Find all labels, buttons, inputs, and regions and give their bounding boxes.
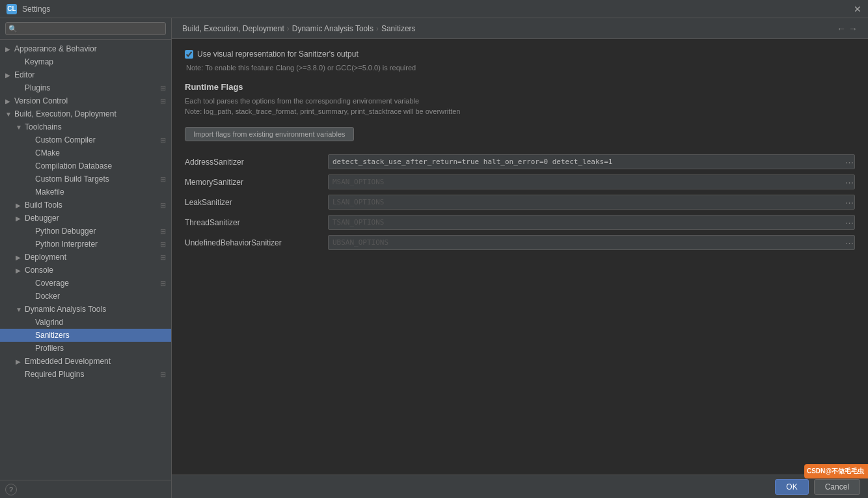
- csdn-badge: CSDN@不做毛毛虫: [804, 464, 868, 478]
- sidebar-item-debugger[interactable]: ▶Debugger: [0, 212, 171, 225]
- sidebar-item-python-debugger[interactable]: Python Debugger⊞: [0, 225, 171, 238]
- sidebar-item-label-sanitizers: Sanitizers: [35, 331, 166, 340]
- sidebar-item-custom-build-targets[interactable]: Custom Build Targets⊞: [0, 173, 171, 186]
- nav-arrow-editor: ▶: [5, 72, 14, 79]
- sidebar-item-console[interactable]: ▶Console: [0, 264, 171, 277]
- sidebar-item-label-profilers: Profilers: [35, 344, 166, 353]
- sanitizer-expand-button-thread[interactable]: ⋯: [845, 217, 854, 227]
- sanitizer-row-leak: LeakSanitizer⋯: [185, 195, 855, 210]
- cancel-button[interactable]: Cancel: [814, 479, 860, 495]
- sanitizer-input-wrap-thread: ⋯: [328, 215, 855, 230]
- sanitizer-input-thread[interactable]: [328, 215, 855, 230]
- ext-icon-plugins: ⊞: [160, 84, 166, 92]
- sidebar-item-label-coverage: Coverage: [35, 279, 160, 288]
- sidebar-item-label-editor: Editor: [14, 70, 166, 79]
- sanitizer-input-leak[interactable]: [328, 195, 855, 210]
- sanitizer-label-memory: MemorySanitizer: [185, 178, 328, 187]
- visual-representation-checkbox[interactable]: [185, 50, 193, 59]
- sanitizers-list: AddressSanitizer⋯MemorySanitizer⋯LeakSan…: [185, 154, 855, 250]
- sidebar-item-embedded-development[interactable]: ▶Embedded Development: [0, 355, 171, 368]
- sidebar-item-docker[interactable]: Docker: [0, 290, 171, 303]
- sidebar-item-label-console: Console: [25, 266, 166, 275]
- sidebar-item-sanitizers[interactable]: Sanitizers: [0, 329, 171, 342]
- nav-arrows: ← →: [837, 23, 858, 34]
- nav-arrow-build-tools: ▶: [16, 202, 25, 209]
- sidebar-item-label-cmake: CMake: [35, 148, 166, 158]
- runtime-flags-title: Runtime Flags: [185, 82, 855, 92]
- sanitizer-input-undefined-behavior[interactable]: [328, 235, 855, 250]
- sidebar-item-appearance[interactable]: ▶Appearance & Behavior: [0, 42, 171, 55]
- sidebar-item-required-plugins[interactable]: Required Plugins⊞: [0, 368, 171, 381]
- sanitizer-expand-button-memory[interactable]: ⋯: [845, 177, 854, 187]
- dialog-buttons: OK Cancel: [172, 475, 868, 498]
- nav-arrow-embedded-development: ▶: [16, 358, 25, 365]
- content-area: Build, Execution, Deployment›Dynamic Ana…: [172, 18, 868, 498]
- sidebar-item-keymap[interactable]: Keymap: [0, 55, 171, 68]
- sidebar-item-toolchains[interactable]: ▼Toolchains: [0, 120, 171, 133]
- sidebar-item-dynamic-analysis-tools[interactable]: ▼Dynamic Analysis Tools: [0, 303, 171, 316]
- sidebar-item-editor[interactable]: ▶Editor: [0, 68, 171, 81]
- nav-arrow-debugger: ▶: [16, 215, 25, 222]
- sidebar-item-plugins[interactable]: Plugins⊞: [0, 81, 171, 94]
- sidebar-item-version-control[interactable]: ▶Version Control⊞: [0, 94, 171, 107]
- sanitizer-label-address: AddressSanitizer: [185, 158, 328, 167]
- sanitizer-row-thread: ThreadSanitizer⋯: [185, 215, 855, 230]
- runtime-flags-desc1: Each tool parses the options from the co…: [185, 97, 855, 105]
- ext-icon-build-tools: ⊞: [160, 201, 166, 210]
- close-button[interactable]: ✕: [854, 4, 861, 14]
- sidebar-item-compilation-database[interactable]: Compilation Database: [0, 159, 171, 173]
- nav-arrow-toolchains: ▼: [16, 124, 25, 131]
- sidebar-item-makefile[interactable]: Makefile: [0, 186, 171, 199]
- ext-icon-version-control: ⊞: [160, 97, 166, 105]
- sidebar-item-label-docker: Docker: [35, 292, 166, 301]
- sidebar-item-label-compilation-database: Compilation Database: [35, 161, 166, 171]
- sanitizer-input-wrap-address: ⋯: [328, 154, 855, 169]
- sanitizer-row-address: AddressSanitizer⋯: [185, 154, 855, 169]
- breadcrumb-item[interactable]: Dynamic Analysis Tools: [292, 24, 373, 33]
- sanitizer-row-memory: MemorySanitizer⋯: [185, 174, 855, 189]
- sanitizer-expand-button-leak[interactable]: ⋯: [845, 197, 854, 207]
- breadcrumb-item: Sanitizers: [381, 24, 416, 33]
- nav-back-button[interactable]: ←: [837, 23, 846, 34]
- ext-icon-custom-compiler: ⊞: [160, 136, 166, 145]
- app-icon: CL: [7, 4, 17, 14]
- nav-arrow-deployment: ▶: [16, 254, 25, 261]
- sanitizer-expand-button-address[interactable]: ⋯: [845, 157, 854, 167]
- sanitizer-input-address[interactable]: [328, 154, 855, 169]
- nav-arrow-dynamic-analysis-tools: ▼: [16, 306, 25, 313]
- runtime-flags-desc2: Note: log_path, stack_trace_format, prin…: [185, 107, 855, 115]
- window-title: Settings: [22, 5, 50, 14]
- sidebar-item-build-tools[interactable]: ▶Build Tools⊞: [0, 199, 171, 212]
- sidebar-item-label-toolchains: Toolchains: [25, 122, 166, 131]
- sidebar-item-label-python-debugger: Python Debugger: [35, 227, 160, 236]
- sidebar-item-label-build-exec-deploy: Build, Execution, Deployment: [14, 109, 166, 118]
- sanitizer-expand-button-undefined-behavior[interactable]: ⋯: [845, 238, 854, 247]
- sidebar-item-build-exec-deploy[interactable]: ▼Build, Execution, Deployment: [0, 107, 171, 120]
- ext-icon-python-interpreter: ⊞: [160, 240, 166, 249]
- sidebar-item-custom-compiler[interactable]: Custom Compiler⊞: [0, 133, 171, 146]
- sidebar-item-label-plugins: Plugins: [25, 83, 160, 92]
- sidebar-item-cmake[interactable]: CMake: [0, 146, 171, 159]
- sidebar-item-label-dynamic-analysis-tools: Dynamic Analysis Tools: [25, 305, 166, 314]
- visual-representation-label[interactable]: Use visual representation for Sanitizer'…: [197, 49, 359, 59]
- sanitizer-input-memory[interactable]: [328, 174, 855, 189]
- nav-arrow-build-exec-deploy: ▼: [5, 111, 14, 118]
- search-input[interactable]: [5, 22, 166, 35]
- sidebar-item-python-interpreter[interactable]: Python Interpreter⊞: [0, 238, 171, 251]
- breadcrumb-sep: ›: [376, 24, 379, 33]
- nav-arrow-version-control: ▶: [5, 98, 14, 105]
- breadcrumb-item[interactable]: Build, Execution, Deployment: [182, 24, 284, 33]
- sanitizer-input-wrap-memory: ⋯: [328, 174, 855, 189]
- ok-button[interactable]: OK: [775, 479, 808, 495]
- sidebar-item-deployment[interactable]: ▶Deployment⊞: [0, 251, 171, 264]
- title-bar: CL Settings ✕: [0, 0, 868, 18]
- sidebar-item-coverage[interactable]: Coverage⊞: [0, 277, 171, 290]
- ext-icon-deployment: ⊞: [160, 253, 166, 262]
- import-flags-button[interactable]: Import flags from existing environment v…: [185, 127, 354, 141]
- sidebar-item-label-required-plugins: Required Plugins: [25, 370, 160, 379]
- help-button[interactable]: ?: [5, 484, 17, 495]
- sidebar-item-valgrind[interactable]: Valgrind: [0, 316, 171, 329]
- nav-forward-button[interactable]: →: [848, 23, 858, 34]
- sidebar-item-profilers[interactable]: Profilers: [0, 342, 171, 355]
- breadcrumb-sep: ›: [287, 24, 290, 33]
